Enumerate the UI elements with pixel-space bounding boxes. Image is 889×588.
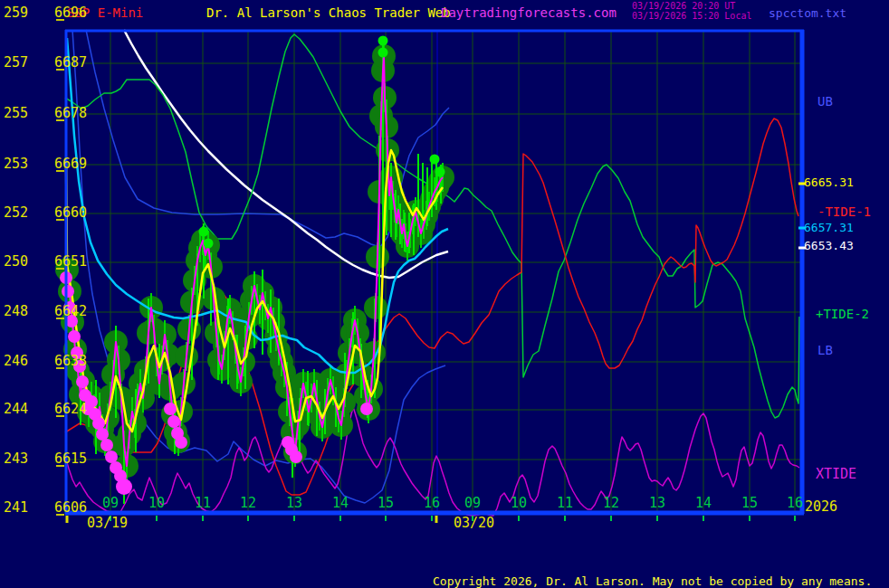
chaos-trader-chart-page: S&P E-Mini Dr. Al Larson's Chaos Trader … — [0, 0, 889, 588]
right-margin-label: XTIDE — [816, 468, 856, 481]
price-axis-label: 2436615 — [4, 452, 87, 466]
time-axis-label: 10 — [145, 497, 168, 510]
price-axis-label: 2416606 — [4, 501, 87, 515]
right-margin-label: LB — [817, 344, 833, 356]
price-axis-label: 2536669 — [4, 157, 87, 171]
right-margin-label: UB — [817, 95, 833, 108]
price-axis-label: 2556678 — [4, 107, 87, 120]
time-axis-label: 15 — [738, 497, 761, 510]
time-axis-label: 13 — [282, 497, 306, 510]
time-axis-label: 10 — [507, 497, 531, 510]
price-axis-label: 2596696 — [4, 6, 87, 20]
date-label: 03/19 — [87, 517, 128, 530]
time-axis-label: 16 — [420, 497, 444, 510]
sell-signal-dot-big — [116, 479, 132, 495]
price-axis-label: 2506651 — [4, 255, 87, 269]
time-axis-label: 14 — [329, 497, 352, 510]
price-axis-label: 2486642 — [4, 305, 87, 318]
year-label: 2026 — [805, 500, 837, 514]
time-axis-label: 13 — [645, 497, 669, 510]
copyright-text: Copyright 2026, Dr. Al Larson. May not b… — [433, 575, 872, 587]
price-axis-label: 2526660 — [4, 206, 87, 220]
time-axis-label: 14 — [692, 497, 715, 510]
price-axis-label: 2576687 — [4, 56, 87, 70]
price-axis-label: 2466633 — [4, 355, 87, 368]
right-margin-label: +TIDE-2 — [816, 308, 869, 320]
time-axis-label: 09 — [99, 497, 122, 510]
time-axis-label: 11 — [553, 497, 577, 510]
right-margin-label: 6653.43 — [804, 240, 854, 251]
time-axis-label: 16 — [783, 497, 807, 510]
time-axis-label: 15 — [374, 497, 397, 510]
right-margin-label: 6657.31 — [804, 222, 854, 233]
date-label: 03/20 — [454, 517, 494, 530]
time-axis-label: 09 — [461, 497, 484, 510]
price-axis-label: 2446624 — [4, 403, 87, 416]
time-axis-label: 12 — [236, 497, 260, 510]
right-margin-label: -TIDE-1 — [817, 205, 871, 218]
time-axis-label: 12 — [599, 497, 623, 510]
right-margin-label: 6665.31 — [804, 176, 854, 188]
time-axis-label: 11 — [191, 497, 215, 510]
